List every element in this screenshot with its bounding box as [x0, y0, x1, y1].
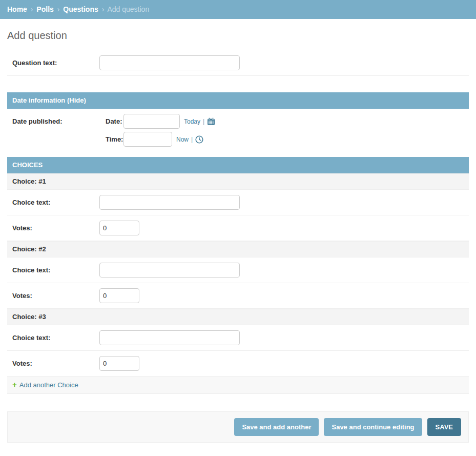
choice-3-header: Choice: #3 — [7, 309, 469, 325]
date-published-row: Date published: Date: Today | — [7, 109, 469, 152]
question-text-input[interactable] — [99, 55, 240, 70]
today-link[interactable]: Today — [184, 118, 200, 125]
choice-1-votes-input[interactable] — [99, 221, 139, 235]
add-another-choice-label: Add another Choice — [19, 381, 78, 389]
choice-inline-1: Choice: #1 Choice text: Votes: — [7, 173, 469, 241]
question-text-row: Question text: — [7, 50, 469, 76]
choice-3-votes-input[interactable] — [99, 356, 139, 371]
choice-2-header: Choice: #2 — [7, 241, 469, 257]
shortcut-separator: | — [191, 136, 193, 143]
datetime-widget: Date: Today | — [99, 114, 215, 147]
choice-1-text-row: Choice text: — [7, 190, 469, 215]
save-and-continue-editing-button[interactable]: Save and continue editing — [324, 418, 422, 436]
date-sub-label: Date: — [106, 117, 123, 125]
question-text-label: Question text: — [12, 55, 99, 70]
add-row: +Add another Choice — [7, 376, 469, 394]
breadcrumb: Home › Polls › Questions › Add question — [0, 0, 476, 19]
choice-2-text-input[interactable] — [99, 263, 240, 277]
plus-icon: + — [12, 380, 17, 389]
breadcrumb-link-questions[interactable]: Questions — [63, 5, 98, 13]
date-sub-row: Date: Today | — [99, 114, 215, 129]
breadcrumb-separator: › — [31, 5, 33, 13]
calendar-icon[interactable] — [207, 117, 215, 126]
clock-icon[interactable] — [195, 135, 203, 144]
save-and-add-another-button[interactable]: Save and add another — [234, 418, 319, 436]
time-input[interactable] — [123, 132, 172, 147]
breadcrumb-current: Add question — [107, 5, 149, 13]
choice-1-text-label: Choice text: — [12, 195, 99, 210]
choice-2-votes-input[interactable] — [99, 288, 139, 303]
date-shortcuts: Today | — [184, 117, 215, 126]
content-area: Add question Question text: Date informa… — [0, 30, 476, 451]
add-another-choice-link[interactable]: +Add another Choice — [12, 381, 78, 389]
date-input[interactable] — [123, 114, 180, 129]
time-sub-row: Time: Now | — [99, 132, 215, 147]
choices-title: CHOICES — [12, 161, 43, 169]
breadcrumb-separator: › — [102, 5, 105, 13]
choices-module: CHOICES Choice: #1 Choice text: Votes: C… — [7, 157, 469, 394]
choice-3-text-label: Choice text: — [12, 330, 99, 345]
date-published-label: Date published: — [12, 114, 99, 129]
choice-1-text-input[interactable] — [99, 195, 240, 210]
choice-3-votes-label: Votes: — [12, 356, 99, 371]
question-fieldset: Question text: — [7, 50, 469, 76]
breadcrumb-link-home[interactable]: Home — [7, 5, 27, 13]
choice-1-header: Choice: #1 — [7, 173, 469, 190]
date-information-module: Date information (Hide) Date published: … — [7, 92, 469, 152]
choice-2-text-label: Choice text: — [12, 263, 99, 277]
submit-row: Save and add another Save and continue e… — [7, 411, 469, 443]
choice-2-text-row: Choice text: — [7, 257, 469, 283]
choice-inline-2: Choice: #2 Choice text: Votes: — [7, 241, 469, 309]
save-button[interactable]: SAVE — [427, 418, 461, 436]
choice-1-votes-row: Votes: — [7, 215, 469, 241]
choice-3-text-input[interactable] — [99, 330, 240, 345]
choice-3-votes-row: Votes: — [7, 351, 469, 376]
choice-2-votes-label: Votes: — [12, 288, 99, 303]
page-title: Add question — [7, 30, 469, 42]
choice-2-votes-row: Votes: — [7, 283, 469, 309]
time-shortcuts: Now | — [176, 135, 203, 144]
choice-3-text-row: Choice text: — [7, 325, 469, 351]
choices-header: CHOICES — [7, 157, 469, 173]
time-sub-label: Time: — [106, 135, 123, 143]
date-information-hide-toggle[interactable]: (Hide) — [67, 96, 86, 104]
breadcrumb-link-polls[interactable]: Polls — [36, 5, 53, 13]
choice-1-votes-label: Votes: — [12, 221, 99, 235]
now-link[interactable]: Now — [176, 136, 189, 143]
date-information-header: Date information (Hide) — [7, 92, 469, 109]
date-information-title: Date information — [12, 96, 65, 104]
choice-inline-3: Choice: #3 Choice text: Votes: — [7, 309, 469, 376]
breadcrumb-separator: › — [57, 5, 60, 13]
shortcut-separator: | — [203, 118, 204, 125]
